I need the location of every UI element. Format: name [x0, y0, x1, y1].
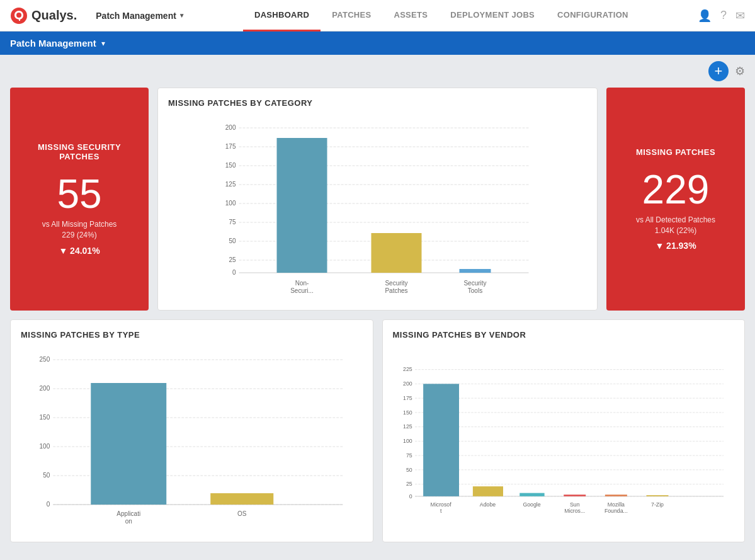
svg-rect-68 — [423, 384, 459, 496]
svg-text:0: 0 — [409, 493, 412, 500]
svg-rect-73 — [646, 495, 668, 496]
svg-text:75: 75 — [229, 219, 236, 226]
toolbar: + ⚙ — [0, 55, 755, 88]
svg-text:200: 200 — [40, 385, 50, 392]
logo-area: Qualys. — [10, 7, 77, 25]
user-icon[interactable]: 👤 — [698, 9, 712, 23]
svg-rect-43 — [210, 493, 273, 505]
missing-patches-by-category-card: MISSING PATCHES BY CATEGORY 200 — [157, 88, 598, 311]
missing-security-title: MISSING SECURITY PATCHES — [23, 142, 136, 161]
missing-patches-title: MISSING PATCHES — [636, 147, 715, 157]
svg-text:150: 150 — [40, 414, 50, 421]
svg-text:175: 175 — [225, 143, 236, 150]
svg-text:Mozilla: Mozilla — [607, 501, 624, 508]
sub-header-caret[interactable]: ▾ — [101, 39, 105, 48]
add-button[interactable]: + — [708, 61, 729, 81]
svg-rect-70 — [519, 493, 544, 496]
by-category-title: MISSING PATCHES BY CATEGORY — [168, 98, 587, 108]
header: Qualys. Patch Management ▼ DASHBOARD PAT… — [0, 0, 755, 31]
missing-patches-card: MISSING PATCHES 229 vs All Detected Patc… — [606, 88, 745, 311]
svg-text:250: 250 — [40, 356, 50, 363]
missing-patches-number: 229 — [642, 169, 710, 210]
settings-button[interactable]: ⚙ — [735, 64, 745, 78]
mail-icon[interactable]: ✉ — [735, 9, 745, 23]
svg-text:OS: OS — [237, 510, 247, 517]
svg-rect-69 — [472, 486, 502, 496]
svg-text:Security: Security — [385, 280, 407, 287]
sub-header: Patch Management ▾ — [0, 31, 755, 55]
tab-assets[interactable]: ASSETS — [382, 0, 439, 31]
missing-security-sub: vs All Missing Patches 229 (24%) — [42, 219, 117, 241]
by-type-chart: 250 200 150 100 50 0 Applicati on OS — [21, 347, 363, 532]
missing-security-card: MISSING SECURITY PATCHES 55 vs All Missi… — [10, 88, 149, 311]
svg-rect-22 — [460, 269, 491, 273]
svg-point-1 — [16, 13, 21, 18]
svg-text:100: 100 — [403, 438, 412, 444]
nav-tabs: DASHBOARD PATCHES ASSETS DEPLOYMENT JOBS… — [185, 0, 698, 31]
by-vendor-chart: 225 200 175 150 125 100 75 50 25 0 — [393, 347, 735, 532]
svg-text:125: 125 — [403, 423, 412, 430]
svg-text:75: 75 — [406, 452, 412, 459]
svg-rect-72 — [605, 494, 627, 496]
tab-patches[interactable]: PATCHES — [321, 0, 382, 31]
tab-configuration[interactable]: CONFIGURATION — [546, 0, 640, 31]
svg-text:Founda...: Founda... — [604, 508, 627, 514]
svg-text:50: 50 — [229, 237, 236, 244]
svg-text:200: 200 — [403, 380, 412, 387]
svg-rect-20 — [277, 138, 327, 273]
svg-text:Applicati: Applicati — [116, 510, 140, 517]
svg-text:25: 25 — [406, 481, 412, 487]
svg-text:Non-: Non- — [295, 280, 309, 287]
svg-text:0: 0 — [232, 269, 236, 276]
missing-patches-by-vendor-card: MISSING PATCHES BY VENDOR — [382, 319, 746, 542]
svg-rect-21 — [372, 233, 422, 273]
logo-text: Qualys. — [31, 8, 77, 23]
missing-patches-by-type-card: MISSING PATCHES BY TYPE 250 200 150 — [10, 319, 373, 542]
svg-rect-42 — [91, 383, 166, 505]
svg-text:150: 150 — [403, 409, 412, 416]
svg-text:t: t — [440, 508, 441, 514]
svg-text:Securi...: Securi... — [290, 287, 314, 294]
qualys-logo-icon — [10, 7, 28, 25]
svg-text:100: 100 — [40, 443, 50, 450]
main-content: MISSING SECURITY PATCHES 55 vs All Missi… — [0, 88, 755, 552]
svg-text:Microsof: Microsof — [430, 501, 451, 508]
help-icon[interactable]: ? — [720, 9, 727, 22]
header-icons: 👤 ? ✉ — [698, 9, 745, 23]
svg-text:Patches: Patches — [385, 287, 407, 294]
svg-text:0: 0 — [47, 501, 50, 508]
svg-text:25: 25 — [229, 256, 236, 263]
tab-dashboard[interactable]: DASHBOARD — [243, 0, 321, 31]
svg-text:150: 150 — [225, 162, 236, 169]
svg-text:225: 225 — [403, 366, 412, 372]
svg-text:175: 175 — [403, 395, 412, 401]
svg-text:Tools: Tools — [468, 287, 482, 294]
svg-text:Security: Security — [463, 280, 486, 287]
app-title[interactable]: Patch Management ▼ — [96, 11, 185, 21]
svg-text:50: 50 — [43, 472, 50, 479]
svg-text:Micros...: Micros... — [564, 508, 585, 514]
missing-security-number: 55 — [57, 174, 101, 214]
svg-text:50: 50 — [406, 467, 412, 473]
svg-text:200: 200 — [225, 124, 236, 131]
svg-text:Sun: Sun — [569, 501, 579, 508]
missing-patches-sub: vs All Detected Patches 1.04K (22%) — [636, 215, 715, 236]
svg-text:100: 100 — [225, 200, 236, 207]
svg-text:Adobe: Adobe — [479, 501, 495, 508]
by-category-chart: 200 175 150 125 100 75 50 25 0 No — [168, 115, 587, 300]
by-type-title: MISSING PATCHES BY TYPE — [21, 330, 363, 340]
missing-security-trend: ▼ 24.01% — [59, 246, 99, 256]
svg-text:7-Zip: 7-Zip — [651, 501, 664, 508]
tab-deployment-jobs[interactable]: DEPLOYMENT JOBS — [439, 0, 546, 31]
sub-header-title: Patch Management — [10, 38, 96, 49]
svg-text:125: 125 — [225, 181, 236, 188]
svg-rect-71 — [564, 494, 586, 496]
missing-patches-trend: ▼ 21.93% — [655, 241, 696, 251]
top-row: MISSING SECURITY PATCHES 55 vs All Missi… — [10, 88, 745, 311]
svg-text:Google: Google — [523, 501, 540, 508]
app-title-caret: ▼ — [179, 12, 185, 19]
svg-text:on: on — [125, 518, 132, 525]
bottom-row: MISSING PATCHES BY TYPE 250 200 150 — [10, 319, 745, 542]
by-vendor-title: MISSING PATCHES BY VENDOR — [393, 330, 735, 340]
